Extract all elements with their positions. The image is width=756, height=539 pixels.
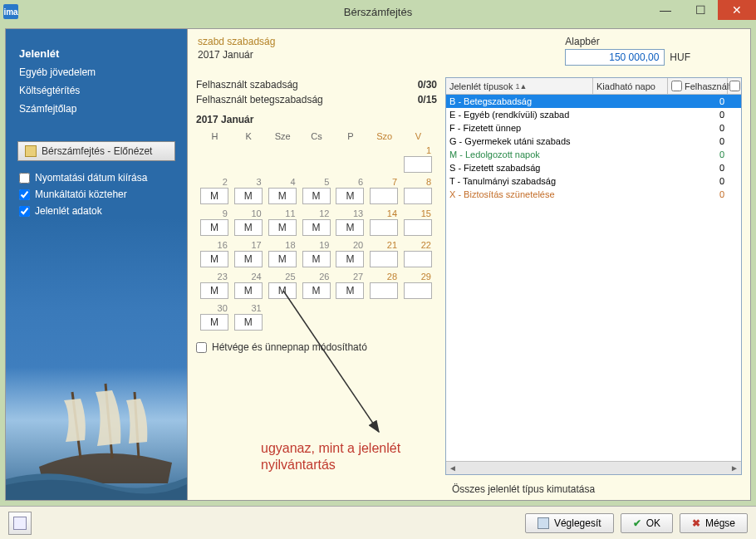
day-cell[interactable]: M — [200, 219, 228, 236]
day-cell[interactable] — [370, 219, 398, 236]
type-label: F - Fizetett ünnep — [449, 123, 590, 133]
maximize-button[interactable]: ☐ — [683, 0, 718, 20]
day-cell[interactable] — [370, 282, 398, 299]
type-label: E - Egyéb (rendkívüli) szabad — [449, 110, 590, 120]
sidebar-item-3[interactable]: Számfejtőlap — [6, 100, 187, 118]
type-row[interactable]: M - Ledolgozott napok0 — [446, 148, 741, 161]
cancel-label: Mégse — [705, 517, 735, 529]
base-salary-input[interactable] — [565, 49, 665, 66]
type-used: 0 — [665, 123, 724, 133]
col-allowed[interactable]: Kiadható napo — [593, 78, 668, 94]
day-cell[interactable]: M — [200, 314, 228, 331]
type-row[interactable]: F - Fizetett ünnep0 — [446, 121, 741, 135]
day-cell[interactable]: M — [200, 251, 228, 267]
sidebar-checkbox-2[interactable]: Jelenlét adatok — [6, 203, 187, 219]
type-label: X - Biztosítás szünetelése — [449, 189, 590, 199]
day-number: 30 — [200, 302, 229, 314]
document-button[interactable] — [8, 512, 32, 535]
day-cell[interactable]: M — [268, 282, 297, 299]
types-header: Jelenlét típusok 1▲ Kiadható napo Felhas… — [446, 78, 741, 95]
day-cell[interactable]: M — [302, 188, 331, 204]
day-cell[interactable]: M — [234, 188, 263, 204]
day-cell[interactable]: M — [302, 282, 331, 299]
day-cell[interactable]: M — [234, 219, 263, 236]
sidebar-checkbox-input-1[interactable] — [19, 189, 30, 200]
day-cell[interactable] — [404, 251, 432, 267]
ok-button[interactable]: ✔ OK — [621, 513, 673, 533]
col-used[interactable]: Felhasznált — [668, 78, 728, 94]
day-cell[interactable]: M — [302, 219, 331, 236]
currency-unit: HUF — [670, 51, 690, 63]
type-row[interactable]: B - Betegszabadság0 — [446, 95, 741, 108]
type-row[interactable]: S - Fizetett szabadság0 — [446, 161, 741, 174]
day-number: 10 — [234, 208, 263, 219]
type-label: S - Fizetett szabadság — [449, 163, 590, 173]
horizontal-scrollbar[interactable]: ◄ ► — [446, 461, 741, 474]
col-types[interactable]: Jelenlét típusok 1▲ — [446, 78, 593, 94]
titlebar: ima Bérszámfejtés — ☐ ✕ — [0, 0, 756, 23]
day-cell[interactable]: M — [234, 251, 263, 267]
bottom-toolbar: Véglegesít ✔ OK ✖ Mégse — [0, 506, 756, 539]
day-number: 5 — [302, 176, 331, 188]
preview-button[interactable]: Bérszámfejtés - Előnézet — [17, 141, 175, 161]
finalize-label: Véglegesít — [554, 517, 601, 529]
col-used-checkbox[interactable] — [671, 81, 682, 91]
day-cell[interactable]: M — [268, 251, 297, 267]
sidebar-item-1[interactable]: Egyéb jövedelem — [6, 63, 187, 81]
day-cell[interactable] — [404, 156, 432, 173]
attendance-types-table: Jelenlét típusok 1▲ Kiadható napo Felhas… — [445, 77, 742, 475]
used-vacation-value: 0/30 — [418, 79, 437, 91]
day-cell[interactable]: M — [336, 188, 364, 204]
day-cell[interactable]: M — [336, 219, 364, 236]
sidebar: JelenlétEgyéb jövedelemKöltségtérítésSzá… — [5, 28, 188, 501]
finalize-button[interactable]: Véglegesít — [525, 513, 614, 533]
day-cell[interactable]: M — [336, 282, 364, 299]
check-icon: ✔ — [633, 517, 641, 529]
type-allowed — [590, 163, 665, 173]
day-cell[interactable]: M — [268, 188, 297, 204]
content-area: JelenlétEgyéb jövedelemKöltségtérítésSzá… — [0, 23, 756, 506]
minimize-button[interactable]: — — [648, 0, 683, 20]
cal-day-header: Sze — [268, 130, 298, 142]
day-cell[interactable] — [404, 219, 432, 236]
sidebar-item-2[interactable]: Költségtérítés — [6, 81, 187, 100]
sidebar-checkbox-input-0[interactable] — [19, 173, 30, 184]
sidebar-checkbox-1[interactable]: Munkáltatói közteher — [6, 186, 187, 203]
cancel-button[interactable]: ✖ Mégse — [680, 513, 748, 533]
scroll-left-icon[interactable]: ◄ — [446, 463, 459, 474]
sidebar-item-0[interactable]: Jelenlét — [6, 44, 187, 63]
day-cell[interactable]: M — [200, 282, 228, 299]
sidebar-checkbox-label-2: Jelenlét adatok — [35, 205, 102, 217]
nav-list: JelenlétEgyéb jövedelemKöltségtérítésSzá… — [6, 29, 187, 118]
day-cell[interactable] — [370, 188, 398, 204]
col-extra-checkbox[interactable] — [729, 81, 740, 91]
day-cell[interactable]: M — [234, 314, 263, 331]
day-number: 15 — [404, 208, 433, 219]
day-cell[interactable] — [370, 251, 398, 267]
close-button[interactable]: ✕ — [718, 0, 756, 20]
col-extra[interactable] — [728, 78, 741, 94]
day-cell[interactable]: M — [268, 219, 297, 236]
vacation-type-label: szabd szabadság — [198, 36, 565, 47]
day-cell[interactable]: M — [200, 188, 228, 204]
weekend-editable-checkbox[interactable]: Hétvége és ünnepnap módosítható — [196, 341, 437, 353]
type-allowed — [590, 149, 665, 159]
day-cell[interactable]: M — [302, 251, 331, 267]
weekend-editable-input[interactable] — [196, 342, 207, 353]
sidebar-checkbox-input-2[interactable] — [19, 206, 30, 217]
type-label: M - Ledolgozott napok — [449, 149, 590, 159]
calendar-grid: HKSzeCsPSzoV 12M3M4M5M6M789M10M11M12M13M… — [196, 129, 437, 333]
day-cell[interactable]: M — [234, 282, 263, 299]
day-cell[interactable] — [404, 188, 432, 204]
sidebar-checkbox-0[interactable]: Nyomtatási dátum kiírása — [6, 169, 187, 186]
sidebar-checkbox-label-1: Munkáltatói közteher — [35, 189, 127, 200]
types-body: B - Betegszabadság0E - Egyéb (rendkívüli… — [446, 95, 741, 461]
type-row[interactable]: X - Biztosítás szünetelése0 — [446, 188, 741, 201]
day-cell[interactable] — [404, 282, 432, 299]
finalize-icon — [538, 517, 549, 529]
type-row[interactable]: E - Egyéb (rendkívüli) szabad0 — [446, 108, 741, 121]
scroll-right-icon[interactable]: ► — [728, 463, 741, 474]
day-cell[interactable]: M — [336, 251, 364, 267]
type-row[interactable]: G - Gyermekek utáni szabads0 — [446, 135, 741, 148]
type-row[interactable]: T - Tanulmányi szabadság0 — [446, 174, 741, 188]
